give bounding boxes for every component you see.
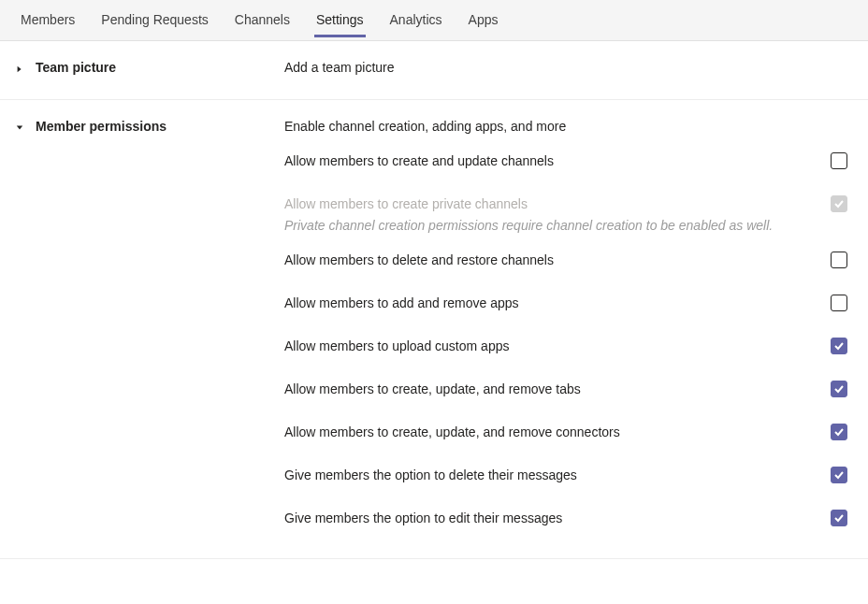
section-header[interactable]: Member permissions (13, 119, 284, 539)
tab-analytics[interactable]: Analytics (377, 1, 456, 39)
tab-settings[interactable]: Settings (303, 1, 377, 39)
permission-label: Allow members to create private channels (284, 196, 528, 211)
tab-members[interactable]: Members (7, 1, 88, 39)
permission-row: Allow members to create, update, and rem… (284, 410, 847, 453)
section-description: Add a team picture (284, 60, 847, 75)
checkbox-create-update-channels[interactable] (831, 152, 847, 169)
permission-note: Private channel creation permissions req… (284, 218, 847, 233)
permission-label: Allow members to delete and restore chan… (284, 252, 554, 267)
permission-row: Allow members to delete and restore chan… (284, 238, 847, 281)
section-header[interactable]: Team picture (13, 60, 284, 80)
permission-label: Allow members to create, update, and rem… (284, 424, 620, 439)
section-title: Team picture (36, 60, 116, 75)
permission-label: Allow members to add and remove apps (284, 295, 519, 310)
tab-pending-requests[interactable]: Pending Requests (88, 1, 221, 39)
permission-row: Allow members to create, update, and rem… (284, 367, 847, 410)
chevron-down-icon (13, 122, 26, 135)
tab-channels[interactable]: Channels (222, 1, 303, 39)
permission-label: Allow members to create, update, and rem… (284, 381, 581, 396)
checkbox-manage-tabs[interactable] (831, 381, 847, 397)
checkbox-delete-messages[interactable] (831, 467, 847, 483)
permission-label: Give members the option to delete their … (284, 467, 577, 482)
checkbox-upload-custom-apps[interactable] (831, 338, 847, 354)
tab-apps[interactable]: Apps (456, 1, 512, 39)
checkbox-manage-connectors[interactable] (831, 424, 847, 440)
permission-label: Give members the option to edit their me… (284, 511, 562, 525)
tabs-bar: Members Pending Requests Channels Settin… (0, 0, 868, 41)
permission-row: Allow members to create and update chann… (284, 139, 847, 182)
permission-row: Allow members to upload custom apps (284, 324, 847, 367)
checkbox-delete-restore-channels[interactable] (831, 252, 847, 268)
section-description: Enable channel creation, adding apps, an… (284, 119, 847, 134)
section-body: Add a team picture (284, 60, 855, 80)
permission-label: Allow members to upload custom apps (284, 338, 509, 353)
permission-row: Give members the option to delete their … (284, 453, 847, 496)
checkbox-edit-messages[interactable] (831, 510, 847, 526)
permission-row: Give members the option to edit their me… (284, 496, 847, 539)
section-title: Member permissions (36, 119, 166, 134)
permission-row: Allow members to add and remove apps (284, 281, 847, 324)
section-team-picture: Team picture Add a team picture (0, 41, 868, 100)
chevron-right-icon (13, 63, 26, 76)
section-body: Enable channel creation, adding apps, an… (284, 119, 855, 539)
checkbox-add-remove-apps[interactable] (831, 295, 847, 311)
permission-label: Allow members to create and update chann… (284, 153, 554, 168)
checkbox-create-private-channels (831, 195, 847, 212)
section-member-permissions: Member permissions Enable channel creati… (0, 100, 868, 559)
